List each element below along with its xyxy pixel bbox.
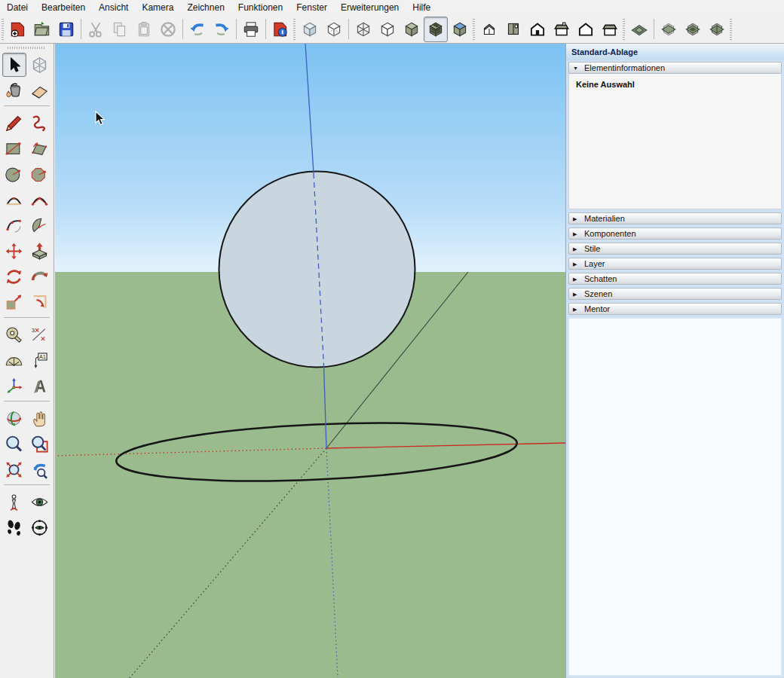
eraser-button[interactable] [28,78,52,102]
section-header-schatten[interactable]: ▶Schatten [568,273,782,285]
section-header-szenen[interactable]: ▶Szenen [568,288,782,300]
print-button[interactable] [239,17,263,42]
menu-datei[interactable]: Datei [0,1,35,14]
main-toolbar [0,15,784,44]
model-info-button[interactable] [268,17,292,42]
protractor-button[interactable] [2,348,26,372]
menu-fenster[interactable]: Fenster [289,1,334,14]
freehand-button[interactable] [28,111,52,135]
section-header-materialien[interactable]: ▶Materialien [568,212,782,224]
menu-zeichnen[interactable]: Zeichnen [180,1,231,14]
section-header-mentor[interactable]: ▶Mentor [568,303,782,315]
menu-erweiterungen[interactable]: Erweiterungen [334,1,406,14]
menu-bearbeiten[interactable]: Bearbeiten [35,1,92,14]
toolbar-grip[interactable] [2,19,4,40]
rotate-button[interactable] [2,264,26,289]
arc-center-button[interactable] [2,188,26,212]
redo-button[interactable] [210,17,234,42]
offset-icon [29,292,50,313]
offset-button[interactable] [28,290,52,314]
zoom-extents-button[interactable] [2,457,26,481]
scale-button[interactable] [2,290,26,314]
section-header-stile[interactable]: ▶Stile [568,243,782,255]
rectangle-button[interactable] [2,136,26,160]
style-back-edges-button[interactable] [322,17,346,42]
undo-button[interactable] [185,17,210,42]
section-header-komponenten[interactable]: ▶Komponenten [568,228,782,240]
new-document-button[interactable] [6,17,30,42]
style-textured-button[interactable] [424,17,448,42]
palette-row [0,457,54,481]
view-right-button[interactable] [550,17,574,42]
3d-text-button[interactable] [28,374,52,398]
section-plane-button[interactable] [627,17,651,42]
circle-tool-button[interactable] [2,162,26,186]
axes-tool-button[interactable] [2,374,26,398]
polygon-tool-button[interactable] [28,162,52,186]
menu-hilfe[interactable]: Hilfe [406,1,437,14]
style-xray-button[interactable] [298,17,322,42]
open-button[interactable] [30,17,54,42]
delete-button[interactable] [156,17,180,42]
menu-ansicht[interactable]: Ansicht [92,1,135,14]
select-button[interactable] [2,53,26,77]
style-monochrome-button[interactable] [448,17,472,42]
make-component-button[interactable] [28,53,52,77]
pie-button[interactable] [28,213,52,237]
arc-2pt-button[interactable] [28,188,52,212]
section-header-elementinformationen[interactable]: ▼Elementinformationen [568,62,782,74]
view-front-button[interactable] [525,17,550,42]
turn-button[interactable] [28,515,52,539]
viewport[interactable] [55,44,565,678]
pan-button[interactable] [28,406,52,430]
display-section-planes-button[interactable] [657,17,681,42]
toolbar-grip[interactable] [730,19,732,40]
view-back-button[interactable] [574,17,598,42]
delete-icon [158,20,178,39]
section-header-layer[interactable]: ▶Layer [568,258,782,270]
drawing-canvas[interactable] [55,44,565,678]
zoom-icon [4,434,24,454]
view-iso-button[interactable] [477,17,501,42]
style-hidden-line-button[interactable] [375,17,400,42]
palette-row [0,213,54,237]
menu-kamera[interactable]: Kamera [135,1,180,14]
orbit-button[interactable] [2,406,26,430]
menu-funktionen[interactable]: Funktionen [231,1,289,14]
paste-button[interactable] [132,17,156,42]
tape-measure-button[interactable] [2,322,26,347]
cut-button[interactable] [84,17,108,42]
display-section-fill-button[interactable] [705,17,729,42]
palette-row [0,406,54,430]
zoom-window-button[interactable] [28,432,52,456]
follow-me-button[interactable] [28,264,52,289]
paint-bucket-button[interactable] [2,78,26,102]
line-pencil-button[interactable] [2,111,26,135]
display-section-cuts-button[interactable] [681,17,705,42]
save-button[interactable] [54,17,78,42]
sphere-face[interactable] [219,172,415,368]
move-button[interactable] [2,239,26,263]
style-wireframe-button[interactable] [351,17,375,42]
zoom-previous-button[interactable] [28,457,52,481]
toolbar-grip[interactable] [473,19,475,40]
style-monochrome-icon [450,20,470,39]
zoom-button[interactable] [2,432,26,456]
text-tool-button[interactable]: A1 [28,348,52,372]
view-left-button[interactable] [598,17,622,42]
copy-button[interactable] [108,17,132,42]
make-component-icon [29,55,50,75]
arc-3pt-button[interactable] [2,213,26,237]
toolbar-grip[interactable] [293,19,296,40]
push-pull-button[interactable] [28,239,52,263]
toolbar-grip[interactable] [623,19,625,40]
walk-button[interactable] [2,515,26,539]
rotated-rectangle-button[interactable] [28,136,52,160]
view-top-button[interactable] [501,17,525,42]
palette-grip[interactable] [8,47,46,49]
palette-row [0,432,54,456]
position-camera-button[interactable] [2,490,26,514]
style-shaded-button[interactable] [400,17,424,42]
dimension-button[interactable]: 3 [28,322,52,347]
look-around-button[interactable] [28,490,52,514]
